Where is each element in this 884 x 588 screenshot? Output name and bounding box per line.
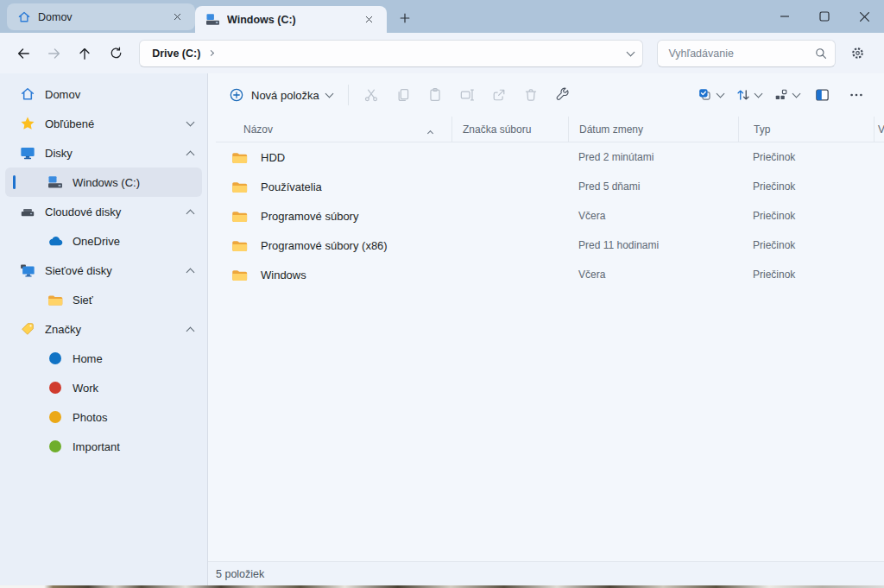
file-row[interactable]: Programové súbory (x86) Pred 11 hodinami…: [216, 231, 884, 260]
folder-icon: [231, 239, 248, 252]
toolbar-right-group: [692, 80, 872, 110]
sidebar-item-cloud-drives[interactable]: Cloudové disky: [5, 197, 202, 226]
folder-icon: [47, 291, 64, 308]
drive-icon: [205, 13, 220, 26]
sidebar-item-onedrive[interactable]: OneDrive: [5, 226, 202, 256]
forward-button[interactable]: [40, 39, 69, 68]
chevron-up-icon[interactable]: [186, 150, 195, 159]
layout-button[interactable]: [768, 80, 805, 110]
chevron-up-icon[interactable]: [186, 268, 195, 276]
delete-button[interactable]: [515, 80, 547, 110]
tag-color-dot-icon: [47, 438, 64, 455]
panel-toggle-icon: [814, 87, 830, 103]
sidebar-item-tags[interactable]: Značky: [5, 314, 202, 344]
sidebar-item-drives[interactable]: Disky: [5, 138, 202, 168]
back-button[interactable]: [9, 39, 38, 68]
column-header-tag[interactable]: Značka súboru: [451, 117, 568, 142]
up-button[interactable]: [71, 39, 100, 68]
onedrive-cloud-icon: [47, 232, 64, 250]
sidebar-item-network-drives[interactable]: Sieťové disky: [5, 256, 202, 285]
select-options-button[interactable]: [692, 80, 729, 110]
rename-button[interactable]: [451, 80, 483, 110]
file-modified: Včera: [568, 210, 738, 222]
tab-windows-c[interactable]: Windows (C:): [195, 6, 387, 33]
column-header-size[interactable]: Veľkosť: [874, 117, 884, 142]
sidebar-item-label: Windows (C:): [73, 176, 193, 189]
tab-strip: Domov Windows (C:): [0, 0, 414, 33]
file-row[interactable]: HDD Pred 2 minútami Priečinok: [216, 142, 884, 172]
sidebar-item-tag-photos[interactable]: Photos: [5, 402, 202, 432]
sidebar-item-label: Disky: [45, 147, 187, 160]
breadcrumb-drive[interactable]: Drive (C:): [152, 47, 200, 60]
file-name: Programové súbory (x86): [261, 239, 388, 252]
column-header-modified[interactable]: Dátum zmeny: [568, 117, 738, 142]
cut-button[interactable]: [356, 80, 388, 110]
sort-arrows-icon: [736, 87, 751, 103]
sidebar-item-tag-home[interactable]: Home: [5, 344, 202, 373]
properties-button[interactable]: [547, 80, 579, 110]
search-icon[interactable]: [814, 47, 828, 60]
new-tab-button[interactable]: [395, 9, 414, 28]
file-name: HDD: [261, 151, 285, 164]
navigation-bar: Drive (C:): [0, 33, 884, 73]
minimize-button[interactable]: [765, 0, 805, 33]
file-modified: Pred 5 dňami: [568, 180, 738, 193]
file-modified: Pred 2 minútami: [568, 151, 738, 163]
sidebar-item-label: Obľúbené: [45, 117, 187, 130]
chevron-up-icon[interactable]: [186, 326, 195, 335]
tab-close-icon[interactable]: [359, 10, 378, 29]
sidebar-item-home[interactable]: Domov: [5, 79, 202, 109]
plus-circle-icon: [229, 87, 244, 103]
breadcrumb-chevron-icon[interactable]: [208, 50, 214, 56]
copy-button[interactable]: [388, 80, 420, 110]
column-header-type[interactable]: Typ: [738, 117, 874, 142]
chevron-down-icon: [717, 90, 725, 98]
tag-icon: [19, 320, 36, 338]
sort-button[interactable]: [730, 80, 767, 110]
tab-home[interactable]: Domov: [7, 3, 195, 30]
tab-label: Domov: [38, 11, 161, 23]
gear-icon: [850, 46, 865, 60]
sidebar-item-label: Photos: [73, 411, 193, 424]
file-row[interactable]: Windows Včera Priečinok: [216, 260, 884, 289]
file-name: Programové súbory: [261, 210, 358, 223]
address-dropdown-icon[interactable]: [627, 47, 635, 56]
sidebar-item-label: Home: [73, 352, 193, 365]
file-modified: Pred 11 hodinami: [568, 239, 738, 251]
home-icon: [19, 85, 36, 103]
tab-close-icon[interactable]: [167, 8, 186, 27]
rename-icon: [459, 87, 475, 103]
drive-icon: [47, 174, 64, 191]
sidebar-item-network[interactable]: Sieť: [5, 285, 202, 314]
new-item-button[interactable]: Nová položka: [220, 80, 341, 110]
maximize-button[interactable]: [805, 0, 844, 33]
file-row[interactable]: Programové súbory Včera Priečinok: [216, 201, 884, 231]
tab-label: Windows (C:): [227, 14, 352, 26]
preview-pane-button[interactable]: [806, 80, 838, 110]
column-header-name[interactable]: Názov: [216, 117, 451, 142]
file-explorer-window: Domov Windows (C:): [0, 0, 884, 588]
sidebar-item-windows-c[interactable]: Windows (C:): [5, 168, 202, 197]
clipboard-icon: [427, 87, 443, 103]
paste-button[interactable]: [420, 80, 451, 110]
copy-icon: [395, 87, 411, 103]
address-bar[interactable]: Drive (C:): [139, 40, 643, 67]
sidebar-item-tag-important[interactable]: Important: [5, 432, 202, 461]
file-modified: Včera: [568, 269, 738, 281]
close-button[interactable]: [844, 0, 884, 33]
chevron-down-icon[interactable]: [186, 118, 195, 127]
sidebar-item-label: Domov: [45, 88, 193, 101]
selection-indicator: [13, 175, 16, 189]
sidebar-item-tag-work[interactable]: Work: [5, 373, 202, 402]
refresh-button[interactable]: [101, 39, 130, 68]
more-options-button[interactable]: [840, 80, 872, 110]
chevron-up-icon[interactable]: [186, 209, 195, 218]
search-input[interactable]: [668, 47, 814, 60]
status-bar: 5 položiek: [208, 561, 884, 585]
settings-button[interactable]: [843, 39, 872, 68]
sidebar-item-favorites[interactable]: Obľúbené: [5, 109, 202, 138]
share-button[interactable]: [483, 80, 515, 110]
folder-icon: [231, 269, 248, 281]
file-row[interactable]: Používatelia Pred 5 dňami Priečinok: [216, 172, 884, 201]
titlebar: Domov Windows (C:): [0, 0, 884, 33]
